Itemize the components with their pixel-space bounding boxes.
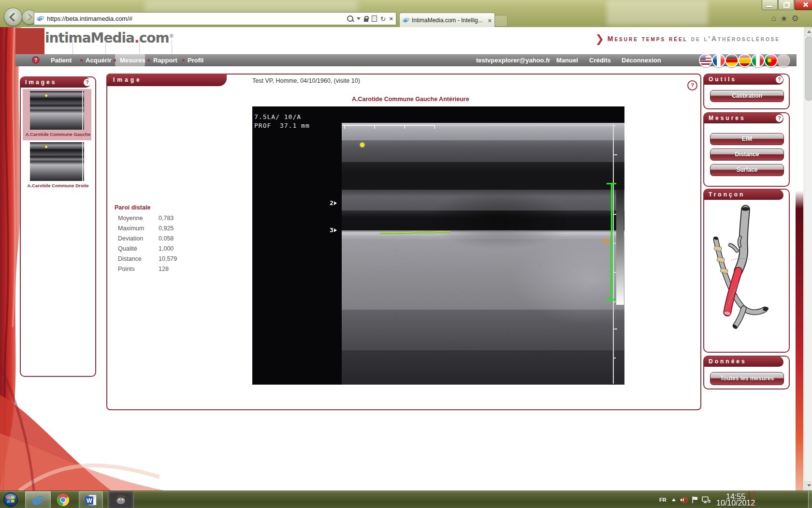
nav-link-deconnexion[interactable]: Déconnexion <box>622 57 661 64</box>
ruler-tick <box>374 126 375 129</box>
thumbnail-carotide-gauche[interactable] <box>30 91 84 130</box>
nav-link-credits[interactable]: Crédits <box>589 57 611 64</box>
page-scrollbar[interactable] <box>804 27 812 491</box>
flag-us-icon[interactable] <box>699 54 712 67</box>
tray-network[interactable] <box>702 491 710 508</box>
image-help-icon[interactable]: ? <box>687 80 697 90</box>
flag-it-icon[interactable] <box>751 54 765 67</box>
distance-button[interactable]: Distance <box>710 149 784 161</box>
logo-registered-mark: ® <box>169 33 174 39</box>
nav-item-rapport[interactable]: Rapport <box>153 57 177 64</box>
refresh-icon[interactable]: ↻ <box>380 15 386 22</box>
marker-arrow-icon <box>334 228 337 232</box>
ultrasound-depth-text: PROF 37.1 mm <box>254 122 310 129</box>
gear-icon[interactable]: ⚙ <box>792 14 799 24</box>
tray-volume-muted[interactable] <box>680 491 688 508</box>
up-arrow-icon <box>807 30 811 33</box>
nav-item-profil[interactable]: Profil <box>188 57 203 64</box>
artery-diagram[interactable]: © 2011 IntimaMedia.com <box>708 202 785 347</box>
compatibility-view-icon[interactable] <box>372 15 377 22</box>
surface-button[interactable]: Surface <box>710 164 784 176</box>
nav-dot <box>182 59 185 61</box>
taskbar-gimp-button[interactable] <box>108 491 134 508</box>
scrollbar-thumb[interactable] <box>805 37 812 101</box>
nav-separator <box>105 40 106 54</box>
tray-action-center[interactable] <box>692 491 698 508</box>
url-text[interactable]: https://beta.intimamedia.com/# <box>47 15 344 22</box>
browser-back-button[interactable] <box>4 8 22 26</box>
gimp-icon <box>114 494 128 507</box>
site-logo[interactable]: intimaMedia.com® <box>45 30 174 46</box>
show-desktop-button[interactable] <box>808 491 812 508</box>
horizontal-ruler <box>343 125 612 126</box>
home-icon[interactable]: ⌂ <box>771 14 776 24</box>
windows-orb-icon <box>3 492 18 508</box>
stat-label: Moyenne <box>115 215 159 225</box>
search-icon[interactable] <box>347 15 353 22</box>
tagline-strong: Mesure temps réel <box>608 35 688 43</box>
outils-help-icon[interactable]: ? <box>776 76 783 83</box>
tray-language[interactable]: FR <box>659 491 667 508</box>
new-tab-button[interactable] <box>494 15 508 27</box>
scrollbar-down-button[interactable] <box>805 481 812 490</box>
tray-clock[interactable]: 14:5510/10/2012 <box>716 491 746 508</box>
taskbar-ie-button[interactable]: e <box>25 491 51 508</box>
patient-info: Test VP, Homme, 04/10/1960, (visite 10) <box>252 77 360 84</box>
close-button[interactable] <box>795 0 812 10</box>
tray-hidden-icons[interactable] <box>672 491 676 508</box>
taskbar-word-button[interactable]: W <box>79 491 103 508</box>
stat-label: Points <box>115 266 159 276</box>
taskbar: e W <box>0 491 812 508</box>
thumbnail-carotide-droite[interactable] <box>30 142 84 181</box>
nav-item-acquerir[interactable]: Acquérir <box>86 57 111 64</box>
window-controls <box>761 0 812 10</box>
toutes-les-mesures-button[interactable]: Toutes les mesures <box>710 372 784 385</box>
restore-icon <box>783 2 789 8</box>
image-panel: Image Test VP, Homme, 04/10/1960, (visit… <box>106 74 701 410</box>
ie-icon: e <box>31 494 44 507</box>
ultrasound-canvas[interactable]: 7.5LA/ 10/A PROF 37.1 mm <box>252 106 624 385</box>
site-tagline: ❯ Mesure temps réel de l'Athérosclérose <box>595 33 780 45</box>
calibration-button[interactable]: Calibration <box>710 90 784 102</box>
ruler-tick <box>404 126 405 129</box>
right-red-stripe-decoration <box>796 191 803 491</box>
thumbnail-caption: A.Carotide Commune Gauche <box>21 132 95 137</box>
flag-es-icon[interactable] <box>738 54 752 67</box>
favorites-star-icon[interactable]: ★ <box>780 14 787 24</box>
account-email[interactable]: testvpexplorer@yahoo.fr <box>476 57 551 64</box>
tab-close-icon[interactable]: × <box>488 17 492 24</box>
ultrasound-speckle-texture <box>342 123 624 385</box>
scrollbar-up-button[interactable] <box>805 28 812 36</box>
measure-bracket-green[interactable] <box>611 183 612 300</box>
ie-favicon: e <box>403 17 409 24</box>
start-button[interactable] <box>1 491 20 508</box>
eim-button[interactable]: EIM <box>710 133 784 145</box>
dropdown-caret-icon[interactable] <box>357 17 361 20</box>
browser-tab[interactable]: e IntimaMedia.com - Intellig... × <box>399 13 495 28</box>
depth-mark-label: 20 <box>596 237 610 244</box>
flag-pt-icon[interactable] <box>764 54 778 67</box>
stop-icon[interactable]: × <box>389 15 393 22</box>
ruler-tick <box>434 126 435 129</box>
nav-item-patient[interactable]: Patient <box>51 57 72 64</box>
images-help-icon[interactable]: ? <box>84 79 91 86</box>
stats-row: Deviation0,058 <box>115 235 177 245</box>
nav-link-manuel[interactable]: Manuel <box>556 57 578 64</box>
main-navbar: ? Patient Acquérir Mesures Rapport Profi… <box>15 54 797 66</box>
minimize-button[interactable] <box>762 0 778 10</box>
eim-contour-trace <box>379 229 451 235</box>
flag-fr-icon[interactable] <box>712 54 725 67</box>
yellow-marker-dot[interactable] <box>360 143 364 147</box>
logo-dot: . <box>134 30 139 46</box>
address-bar[interactable]: e https://beta.intimamedia.com/# ↻ × <box>34 12 396 25</box>
grayscale-calibration-bar <box>616 190 624 305</box>
restore-button[interactable] <box>778 0 794 10</box>
nav-item-mesures[interactable]: Mesures <box>120 57 145 64</box>
taskbar-chrome-button[interactable] <box>52 491 74 508</box>
flag-de-icon[interactable] <box>725 54 739 67</box>
donnees-header: Données <box>704 356 783 367</box>
mesures-help-icon[interactable]: ? <box>776 115 783 122</box>
nav-help-icon[interactable]: ? <box>32 56 40 64</box>
bracket-bottom-cap <box>607 299 616 300</box>
troncon-header: Tronçon <box>704 189 783 200</box>
